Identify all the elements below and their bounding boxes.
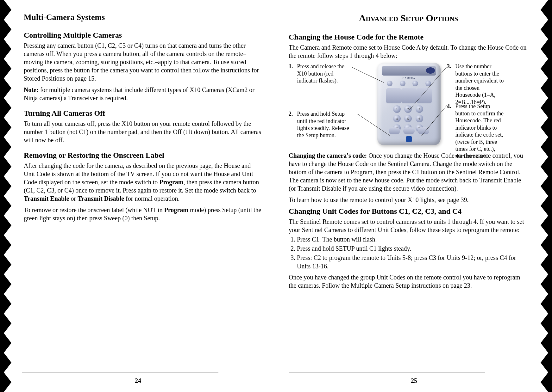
heading-house-code: Changing the House Code for the Remote xyxy=(289,33,528,41)
heading-controlling-multiple: Controlling Multiple Cameras xyxy=(24,31,263,40)
section-title: Multi-Camera Systems xyxy=(24,13,263,22)
svg-line-1 xyxy=(357,113,390,136)
unit-code-steps: Press C1. The button will flash. Press a… xyxy=(289,235,528,271)
leader-lines xyxy=(289,63,510,148)
para-onscreen-1: After changing the code for the camera, … xyxy=(24,162,263,203)
unit-step-1: Press C1. The button will flash. xyxy=(297,235,528,244)
page-edge-left xyxy=(0,0,13,392)
heading-unit-codes: Changing Unit Codes for Buttons C1, C2, … xyxy=(289,207,528,216)
para-x10-lights: To learn how to use the remote to contro… xyxy=(289,196,528,204)
page-number-left: 24 xyxy=(0,377,276,384)
page-left: Multi-Camera Systems Controlling Multipl… xyxy=(0,0,276,392)
note-label: Note: xyxy=(24,86,39,93)
remote-diagram: 1. Press and release the X10 button (red… xyxy=(289,63,528,148)
para-house-intro: The Camera and Remote come set to House … xyxy=(289,43,528,60)
para-unit-codes-intro: The Sentinel Remote comes set to control… xyxy=(289,217,528,234)
page-number-right: 25 xyxy=(276,377,552,384)
para-controlling: Pressing any camera button (C1, C2, C3 o… xyxy=(24,41,263,83)
page-heading-advanced: Advanced Setup Options xyxy=(289,13,528,23)
para-onscreen-2: To remove or restore the onscreen label … xyxy=(24,206,263,222)
heading-onscreen-label: Removing or Restoring the Onscreen Label xyxy=(24,151,263,160)
svg-line-3 xyxy=(422,105,447,136)
footer-rule xyxy=(22,372,218,372)
page-right: Advanced Setup Options Changing the Hous… xyxy=(276,0,552,392)
para-note: Note: for multiple camera systems that i… xyxy=(24,86,263,102)
note-text: for multiple camera systems that include… xyxy=(24,86,254,101)
svg-line-0 xyxy=(352,67,384,83)
page-edge-right xyxy=(539,0,552,392)
para-reprogram-cameras: Once you have changed the group Unit Cod… xyxy=(289,273,528,290)
unit-step-3: Press: C2 to program the remote to Units… xyxy=(297,254,528,271)
svg-line-2 xyxy=(409,67,447,110)
para-turning-off: To turn all your cameras off, press the … xyxy=(24,119,263,144)
heading-turning-off: Turning All Cameras Off xyxy=(24,109,263,118)
footer-rule-right xyxy=(289,372,485,372)
changing-code-label: Changing the camera's code: xyxy=(289,152,367,159)
unit-step-2: Press and hold SETUP until C1 lights ste… xyxy=(297,244,528,253)
